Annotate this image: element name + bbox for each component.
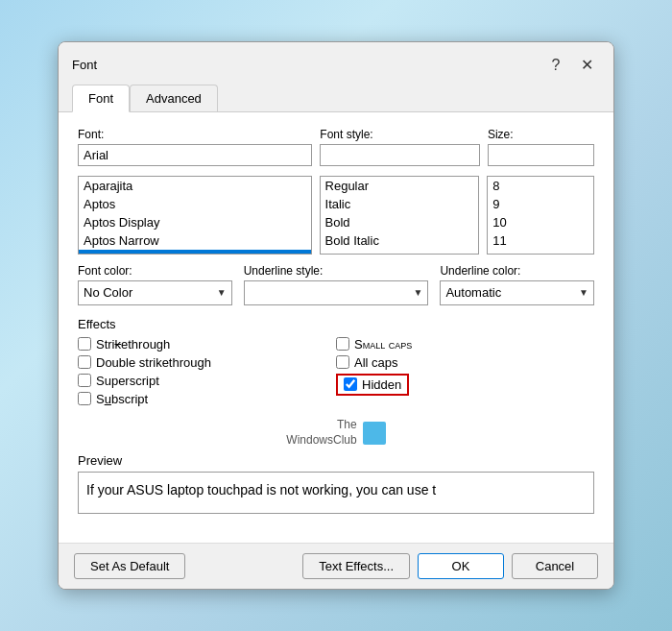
list-item[interactable]: 8 bbox=[488, 177, 593, 195]
font-style-group: Font style: bbox=[320, 128, 480, 166]
font-size-group: Size: bbox=[488, 128, 594, 166]
effects-section: Effects Strikethrough Double strikethrou… bbox=[78, 317, 594, 406]
font-listbox[interactable]: Aparajita Aptos Aptos Display Aptos Narr… bbox=[79, 177, 311, 254]
title-bar: Font ? ✕ bbox=[59, 42, 613, 85]
subscript-checkbox[interactable] bbox=[78, 392, 91, 405]
text-effects-button[interactable]: Text Effects... bbox=[302, 553, 410, 579]
font-name-group: Font: bbox=[78, 128, 312, 166]
bottom-bar: Set As Default Text Effects... OK Cancel bbox=[59, 543, 613, 589]
preview-box: If your ASUS laptop touchpad is not work… bbox=[78, 472, 594, 514]
font-dialog: Font ? ✕ Font Advanced Font: Font style: bbox=[58, 41, 614, 590]
list-item[interactable]: Aptos bbox=[79, 195, 311, 213]
font-fields-row: Font: Font style: Size: bbox=[78, 128, 594, 166]
list-item[interactable]: Regular bbox=[321, 177, 479, 195]
hidden-highlight: Hidden bbox=[336, 374, 409, 396]
preview-section: Preview If your ASUS laptop touchpad is … bbox=[78, 453, 594, 514]
list-item[interactable]: 9 bbox=[488, 195, 593, 213]
subscript-row[interactable]: Subscript bbox=[78, 392, 336, 406]
all-caps-checkbox[interactable] bbox=[336, 355, 349, 369]
title-bar-actions: ? ✕ bbox=[542, 52, 600, 79]
underline-color-label: Underline color: bbox=[440, 264, 594, 278]
list-item[interactable]: 10 bbox=[488, 213, 593, 231]
effects-grid: Strikethrough Double strikethrough Super… bbox=[78, 337, 594, 406]
size-label: Size: bbox=[488, 128, 594, 141]
small-caps-row[interactable]: Small caps bbox=[336, 337, 594, 352]
ok-button[interactable]: OK bbox=[418, 553, 504, 579]
hidden-label: Hidden bbox=[362, 377, 401, 392]
underline-row: Font color: No Color ▼ Underline style: … bbox=[78, 264, 594, 305]
chevron-down-icon: ▼ bbox=[217, 287, 227, 298]
tab-advanced[interactable]: Advanced bbox=[130, 85, 218, 111]
superscript-checkbox[interactable] bbox=[78, 374, 91, 387]
underline-color-select[interactable]: Automatic ▼ bbox=[440, 280, 594, 305]
underline-style-select[interactable]: ▼ bbox=[244, 280, 429, 305]
cancel-button[interactable]: Cancel bbox=[512, 553, 598, 579]
dialog-title: Font bbox=[72, 58, 97, 72]
list-item[interactable]: Aptos Display bbox=[79, 213, 311, 231]
watermark-area: TheWindowsClub bbox=[78, 418, 594, 448]
style-listbox-wrapper: Regular Italic Bold Bold Italic bbox=[320, 176, 480, 255]
effects-col-left: Strikethrough Double strikethrough Super… bbox=[78, 337, 336, 406]
font-size-input[interactable] bbox=[488, 144, 594, 166]
list-item[interactable]: Aparajita bbox=[79, 177, 311, 195]
list-item[interactable]: 11 bbox=[488, 231, 593, 250]
double-strikethrough-row[interactable]: Double strikethrough bbox=[78, 355, 336, 370]
size-listbox-wrapper: 8 9 10 11 12 bbox=[487, 176, 594, 255]
effects-col-right: Small caps All caps Hidden bbox=[336, 337, 594, 406]
watermark-icon bbox=[363, 422, 386, 445]
font-listbox-wrapper: Aparajita Aptos Aptos Display Aptos Narr… bbox=[78, 176, 312, 255]
underline-style-label: Underline style: bbox=[244, 264, 429, 278]
watermark-text: TheWindowsClub bbox=[286, 418, 356, 448]
underline-style-group: Underline style: ▼ bbox=[244, 264, 429, 305]
list-item[interactable]: Bold Italic bbox=[321, 231, 479, 250]
size-listbox[interactable]: 8 9 10 11 12 bbox=[488, 177, 593, 254]
font-name-input[interactable] bbox=[78, 144, 312, 166]
effects-label: Effects bbox=[78, 317, 594, 331]
double-strikethrough-checkbox[interactable] bbox=[78, 355, 91, 369]
tab-font[interactable]: Font bbox=[72, 85, 130, 112]
superscript-label: Superscript bbox=[96, 374, 159, 388]
chevron-down-icon: ▼ bbox=[413, 287, 422, 298]
hidden-checkbox[interactable] bbox=[344, 377, 357, 391]
strikethrough-row[interactable]: Strikethrough bbox=[78, 337, 336, 352]
font-label: Font: bbox=[78, 128, 312, 141]
set-as-default-button[interactable]: Set As Default bbox=[74, 553, 185, 579]
hidden-row[interactable]: Hidden bbox=[336, 374, 594, 396]
list-item[interactable]: Italic bbox=[321, 195, 479, 213]
listbox-row: Aparajita Aptos Aptos Display Aptos Narr… bbox=[78, 176, 594, 255]
small-caps-checkbox[interactable] bbox=[336, 337, 349, 351]
list-item[interactable]: Aptos Narrow bbox=[79, 231, 311, 250]
font-color-label: Font color: bbox=[78, 264, 232, 278]
style-label: Font style: bbox=[320, 128, 480, 141]
preview-label: Preview bbox=[78, 453, 594, 468]
list-item[interactable]: 12 bbox=[488, 250, 593, 254]
bottom-right-buttons: Text Effects... OK Cancel bbox=[302, 553, 598, 579]
font-color-group: Font color: No Color ▼ bbox=[78, 264, 232, 305]
style-listbox[interactable]: Regular Italic Bold Bold Italic bbox=[321, 177, 479, 254]
double-strikethrough-label: Double strikethrough bbox=[96, 355, 211, 370]
list-item-selected[interactable]: Arial bbox=[79, 250, 311, 254]
strikethrough-checkbox[interactable] bbox=[78, 337, 91, 351]
small-caps-label: Small caps bbox=[354, 337, 412, 352]
tab-bar: Font Advanced bbox=[59, 85, 613, 112]
list-item[interactable]: Bold bbox=[321, 213, 479, 231]
strikethrough-label: Strikethrough bbox=[96, 337, 170, 352]
all-caps-row[interactable]: All caps bbox=[336, 355, 594, 370]
close-button[interactable]: ✕ bbox=[573, 52, 600, 79]
help-button[interactable]: ? bbox=[542, 52, 569, 79]
all-caps-label: All caps bbox=[354, 355, 398, 370]
superscript-row[interactable]: Superscript bbox=[78, 374, 336, 388]
dialog-content: Font: Font style: Size: Aparajita Aptos … bbox=[59, 112, 613, 543]
font-style-input[interactable] bbox=[320, 144, 480, 166]
underline-color-group: Underline color: Automatic ▼ bbox=[440, 264, 594, 305]
chevron-down-icon: ▼ bbox=[579, 287, 588, 298]
subscript-label: Subscript bbox=[96, 392, 148, 406]
font-color-select[interactable]: No Color ▼ bbox=[78, 280, 232, 305]
